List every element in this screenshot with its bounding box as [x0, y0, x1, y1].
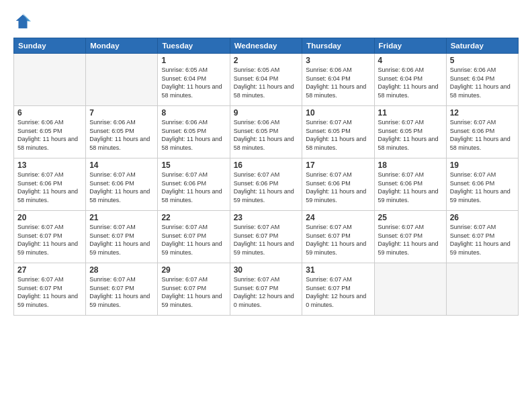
calendar-cell: 22Sunrise: 6:07 AM Sunset: 6:07 PM Dayli… — [158, 211, 230, 263]
day-info: Sunrise: 6:07 AM Sunset: 6:06 PM Dayligh… — [161, 171, 226, 204]
calendar-cell: 9Sunrise: 6:06 AM Sunset: 6:05 PM Daylig… — [230, 106, 302, 158]
day-number: 25 — [378, 213, 443, 222]
week-row-1: 1Sunrise: 6:05 AM Sunset: 6:04 PM Daylig… — [14, 54, 519, 106]
calendar-cell: 18Sunrise: 6:07 AM Sunset: 6:06 PM Dayli… — [374, 158, 446, 211]
weekday-header-friday: Friday — [374, 38, 446, 54]
weekday-header-sunday: Sunday — [14, 38, 86, 54]
week-row-3: 13Sunrise: 6:07 AM Sunset: 6:06 PM Dayli… — [14, 158, 519, 211]
weekday-header-wednesday: Wednesday — [230, 38, 302, 54]
day-number: 14 — [89, 161, 154, 170]
day-number: 4 — [378, 56, 443, 65]
day-info: Sunrise: 6:07 AM Sunset: 6:07 PM Dayligh… — [306, 223, 370, 257]
day-info: Sunrise: 6:06 AM Sunset: 6:04 PM Dayligh… — [378, 66, 443, 99]
calendar-cell: 31Sunrise: 6:07 AM Sunset: 6:07 PM Dayli… — [302, 263, 374, 316]
day-number: 3 — [306, 56, 370, 65]
day-info: Sunrise: 6:07 AM Sunset: 6:05 PM Dayligh… — [378, 118, 443, 152]
day-number: 24 — [306, 213, 370, 222]
day-number: 8 — [161, 108, 226, 118]
calendar-cell: 10Sunrise: 6:07 AM Sunset: 6:05 PM Dayli… — [302, 106, 374, 158]
weekday-header-thursday: Thursday — [302, 38, 374, 54]
day-info: Sunrise: 6:05 AM Sunset: 6:04 PM Dayligh… — [234, 66, 299, 99]
day-info: Sunrise: 6:07 AM Sunset: 6:06 PM Dayligh… — [89, 171, 154, 204]
day-info: Sunrise: 6:07 AM Sunset: 6:06 PM Dayligh… — [450, 118, 515, 152]
day-number: 19 — [450, 161, 515, 170]
calendar-cell: 5Sunrise: 6:06 AM Sunset: 6:04 PM Daylig… — [446, 54, 518, 106]
calendar-cell: 7Sunrise: 6:06 AM Sunset: 6:05 PM Daylig… — [86, 106, 158, 158]
calendar-cell: 30Sunrise: 6:07 AM Sunset: 6:07 PM Dayli… — [230, 263, 302, 316]
calendar-cell: 16Sunrise: 6:07 AM Sunset: 6:06 PM Dayli… — [230, 158, 302, 211]
calendar-cell: 6Sunrise: 6:06 AM Sunset: 6:05 PM Daylig… — [14, 106, 86, 158]
day-info: Sunrise: 6:07 AM Sunset: 6:06 PM Dayligh… — [234, 171, 299, 204]
calendar-cell: 11Sunrise: 6:07 AM Sunset: 6:05 PM Dayli… — [374, 106, 446, 158]
day-number: 9 — [234, 108, 299, 118]
week-row-5: 27Sunrise: 6:07 AM Sunset: 6:07 PM Dayli… — [14, 263, 519, 316]
weekday-header-row: SundayMondayTuesdayWednesdayThursdayFrid… — [14, 38, 519, 54]
calendar-cell: 20Sunrise: 6:07 AM Sunset: 6:07 PM Dayli… — [14, 211, 86, 263]
calendar-cell: 8Sunrise: 6:06 AM Sunset: 6:05 PM Daylig… — [158, 106, 230, 158]
weekday-header-monday: Monday — [86, 38, 158, 54]
day-info: Sunrise: 6:07 AM Sunset: 6:07 PM Dayligh… — [378, 223, 443, 257]
day-info: Sunrise: 6:07 AM Sunset: 6:07 PM Dayligh… — [161, 275, 226, 309]
day-number: 1 — [161, 56, 226, 65]
calendar-cell: 4Sunrise: 6:06 AM Sunset: 6:04 PM Daylig… — [374, 54, 446, 106]
calendar-cell: 14Sunrise: 6:07 AM Sunset: 6:06 PM Dayli… — [86, 158, 158, 211]
calendar-cell — [86, 54, 158, 106]
day-number: 2 — [234, 56, 299, 65]
day-info: Sunrise: 6:07 AM Sunset: 6:06 PM Dayligh… — [450, 171, 515, 204]
calendar-cell: 23Sunrise: 6:07 AM Sunset: 6:07 PM Dayli… — [230, 211, 302, 263]
calendar-cell — [374, 263, 446, 316]
day-info: Sunrise: 6:06 AM Sunset: 6:05 PM Dayligh… — [234, 118, 299, 152]
day-number: 27 — [17, 265, 82, 275]
logo — [13, 12, 35, 31]
day-info: Sunrise: 6:07 AM Sunset: 6:07 PM Dayligh… — [17, 275, 82, 309]
calendar-cell: 17Sunrise: 6:07 AM Sunset: 6:06 PM Dayli… — [302, 158, 374, 211]
week-row-2: 6Sunrise: 6:06 AM Sunset: 6:05 PM Daylig… — [14, 106, 519, 158]
day-number: 5 — [450, 56, 515, 65]
day-info: Sunrise: 6:07 AM Sunset: 6:07 PM Dayligh… — [234, 223, 299, 257]
day-info: Sunrise: 6:07 AM Sunset: 6:06 PM Dayligh… — [17, 171, 82, 204]
day-number: 23 — [234, 213, 299, 222]
calendar-cell: 21Sunrise: 6:07 AM Sunset: 6:07 PM Dayli… — [86, 211, 158, 263]
day-number: 11 — [378, 108, 443, 118]
day-info: Sunrise: 6:07 AM Sunset: 6:07 PM Dayligh… — [17, 223, 82, 257]
header — [13, 12, 519, 31]
calendar-cell: 26Sunrise: 6:07 AM Sunset: 6:07 PM Dayli… — [446, 211, 518, 263]
week-row-4: 20Sunrise: 6:07 AM Sunset: 6:07 PM Dayli… — [14, 211, 519, 263]
weekday-header-tuesday: Tuesday — [158, 38, 230, 54]
day-number: 29 — [161, 265, 226, 275]
calendar-cell: 19Sunrise: 6:07 AM Sunset: 6:06 PM Dayli… — [446, 158, 518, 211]
day-info: Sunrise: 6:07 AM Sunset: 6:07 PM Dayligh… — [306, 275, 370, 309]
day-number: 31 — [306, 265, 370, 275]
day-info: Sunrise: 6:06 AM Sunset: 6:05 PM Dayligh… — [161, 118, 226, 152]
day-info: Sunrise: 6:07 AM Sunset: 6:07 PM Dayligh… — [89, 275, 154, 309]
day-number: 16 — [234, 161, 299, 170]
calendar-cell: 25Sunrise: 6:07 AM Sunset: 6:07 PM Dayli… — [374, 211, 446, 263]
calendar-table: SundayMondayTuesdayWednesdayThursdayFrid… — [13, 38, 519, 316]
day-number: 26 — [450, 213, 515, 222]
day-number: 7 — [89, 108, 154, 118]
page: SundayMondayTuesdayWednesdayThursdayFrid… — [0, 0, 532, 411]
day-info: Sunrise: 6:07 AM Sunset: 6:07 PM Dayligh… — [161, 223, 226, 257]
day-number: 15 — [161, 161, 226, 170]
day-info: Sunrise: 6:06 AM Sunset: 6:04 PM Dayligh… — [306, 66, 370, 99]
calendar-cell: 3Sunrise: 6:06 AM Sunset: 6:04 PM Daylig… — [302, 54, 374, 106]
calendar-cell: 28Sunrise: 6:07 AM Sunset: 6:07 PM Dayli… — [86, 263, 158, 316]
calendar-cell: 12Sunrise: 6:07 AM Sunset: 6:06 PM Dayli… — [446, 106, 518, 158]
day-number: 28 — [89, 265, 154, 275]
day-number: 6 — [17, 108, 82, 118]
day-number: 22 — [161, 213, 226, 222]
calendar-cell — [446, 263, 518, 316]
day-number: 20 — [17, 213, 82, 222]
calendar-cell: 29Sunrise: 6:07 AM Sunset: 6:07 PM Dayli… — [158, 263, 230, 316]
logo-icon — [13, 12, 32, 31]
day-number: 13 — [17, 161, 82, 170]
day-number: 30 — [234, 265, 299, 275]
calendar-cell: 13Sunrise: 6:07 AM Sunset: 6:06 PM Dayli… — [14, 158, 86, 211]
day-info: Sunrise: 6:07 AM Sunset: 6:07 PM Dayligh… — [450, 223, 515, 257]
day-info: Sunrise: 6:07 AM Sunset: 6:06 PM Dayligh… — [306, 171, 370, 204]
day-info: Sunrise: 6:06 AM Sunset: 6:04 PM Dayligh… — [450, 66, 515, 99]
day-info: Sunrise: 6:06 AM Sunset: 6:05 PM Dayligh… — [17, 118, 82, 152]
calendar-cell: 15Sunrise: 6:07 AM Sunset: 6:06 PM Dayli… — [158, 158, 230, 211]
day-info: Sunrise: 6:07 AM Sunset: 6:05 PM Dayligh… — [306, 118, 370, 152]
calendar-cell: 2Sunrise: 6:05 AM Sunset: 6:04 PM Daylig… — [230, 54, 302, 106]
